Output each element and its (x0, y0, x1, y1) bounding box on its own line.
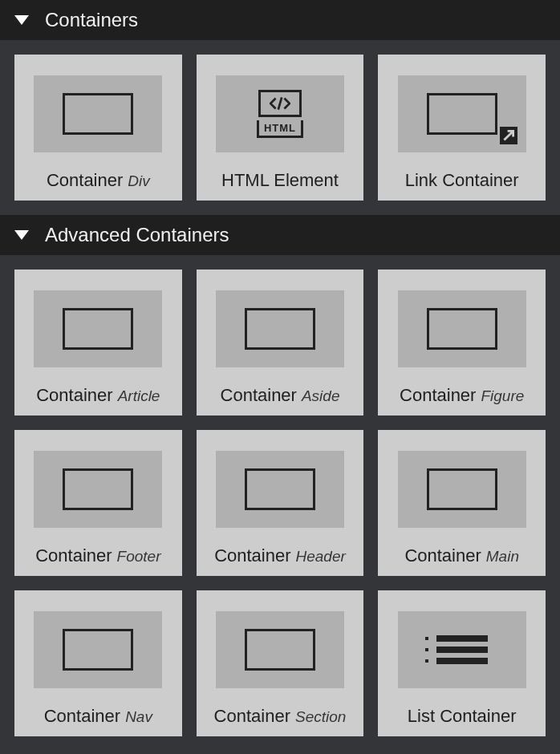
rect-icon (216, 611, 344, 688)
html-icon: HTML (216, 75, 344, 152)
card-container-div[interactable]: Container Div (14, 55, 182, 201)
svg-line-0 (278, 97, 282, 109)
section-title: Containers (45, 9, 138, 31)
card-html-element[interactable]: HTML HTML Element (197, 55, 364, 201)
grid-containers: Container Div HTML HTML Element Link Con… (0, 40, 560, 215)
rect-icon (398, 451, 526, 528)
card-container-article[interactable]: ContainerArticle (14, 270, 182, 416)
rect-icon (216, 290, 344, 367)
card-container-figure[interactable]: ContainerFigure (378, 270, 546, 416)
chevron-down-icon (14, 230, 29, 240)
card-label: List Container (408, 706, 517, 727)
rect-icon (34, 75, 162, 152)
card-container-header[interactable]: ContainerHeader (197, 430, 364, 576)
card-label: Link Container (405, 170, 519, 191)
card-label: ContainerNav (44, 706, 152, 727)
card-label: ContainerFooter (35, 545, 160, 566)
card-label: HTML Element (221, 170, 339, 191)
link-rect-icon (398, 75, 526, 152)
card-label: ContainerAside (221, 385, 340, 406)
card-label: ContainerSection (214, 706, 347, 727)
card-label: Container Div (47, 170, 150, 191)
card-list-container[interactable]: List Container (378, 590, 546, 736)
card-label: ContainerFigure (400, 385, 524, 406)
card-container-footer[interactable]: ContainerFooter (14, 430, 182, 576)
chevron-down-icon (14, 15, 29, 25)
rect-icon (216, 451, 344, 528)
rect-icon (34, 611, 162, 688)
rect-icon (34, 451, 162, 528)
card-container-main[interactable]: ContainerMain (378, 430, 546, 576)
list-icon (398, 611, 526, 688)
section-title: Advanced Containers (45, 224, 229, 246)
rect-icon (34, 290, 162, 367)
card-label: ContainerMain (404, 545, 519, 566)
card-label: ContainerHeader (214, 545, 346, 566)
card-label: ContainerArticle (36, 385, 160, 406)
card-container-nav[interactable]: ContainerNav (14, 590, 182, 736)
section-header-containers[interactable]: Containers (0, 0, 560, 40)
section-header-advanced[interactable]: Advanced Containers (0, 215, 560, 255)
rect-icon (398, 290, 526, 367)
card-container-section[interactable]: ContainerSection (197, 590, 364, 736)
grid-advanced: ContainerArticle ContainerAside Containe… (0, 255, 560, 751)
card-container-aside[interactable]: ContainerAside (197, 270, 364, 416)
card-link-container[interactable]: Link Container (378, 55, 546, 201)
